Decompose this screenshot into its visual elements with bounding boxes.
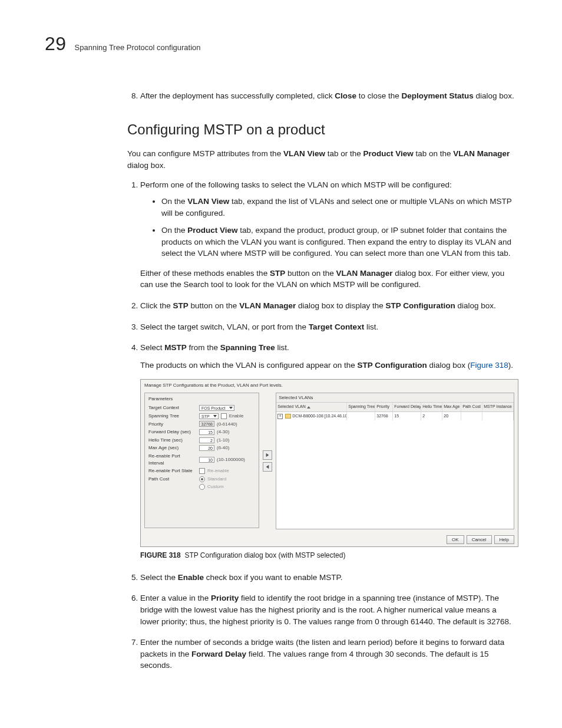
bold-product-view: Product View: [187, 226, 237, 235]
reenable-state-option: Re-enable: [207, 467, 229, 475]
enable-checkbox[interactable]: [221, 413, 227, 419]
bold-stp-configuration: STP Configuration: [386, 301, 455, 310]
label-target-context: Target Context: [148, 404, 197, 411]
bold-vlan-manager: VLAN Manager: [453, 149, 510, 158]
move-left-button[interactable]: [263, 462, 272, 472]
priority-input[interactable]: 32768: [199, 421, 214, 427]
figure-caption: FIGURE 318 STP Configuration dialog box …: [140, 551, 517, 561]
chapter-number: 29: [45, 33, 67, 55]
bold-stp: STP: [173, 301, 189, 310]
text: dialog box.: [474, 91, 514, 100]
step-8: After the deployment has successfully co…: [140, 90, 517, 102]
max-age-input[interactable]: 20: [199, 445, 214, 451]
target-context-dropdown[interactable]: FOS Product: [199, 405, 234, 411]
section-heading: Configuring MSTP on a product: [127, 120, 517, 140]
text: Either of these methods enables the: [140, 269, 270, 278]
forward-delay-input[interactable]: 15: [199, 429, 214, 435]
text: dialog box (: [427, 361, 471, 370]
col-selected-vlan[interactable]: Selected VLAN: [276, 403, 347, 411]
folder-icon: [285, 414, 291, 419]
text: Enter a value in the: [140, 594, 211, 602]
cell-mstp-instance: [482, 412, 514, 420]
ok-button[interactable]: OK: [447, 535, 464, 545]
step-1: Perform one of the following tasks to se…: [140, 179, 517, 291]
reenable-state-checkbox[interactable]: [199, 468, 205, 474]
col-max-age[interactable]: Max Age: [442, 403, 461, 411]
label-hello-time: Hello Time (sec): [148, 437, 197, 444]
path-cost-standard-label: Standard: [207, 476, 226, 483]
label-max-age: Max Age (sec): [148, 444, 197, 452]
label-reenable-interval: Re-enable Port Interval: [148, 453, 197, 466]
text: dialog box to display the: [296, 301, 385, 310]
spanning-tree-dropdown[interactable]: STP: [199, 413, 219, 419]
figure-318-screenshot: Manage STP Configurations at the Product…: [140, 379, 518, 547]
cell-spanning-tree: [347, 412, 375, 420]
bold-enable: Enable: [178, 573, 204, 582]
step-6: Enter a value in the Priority field to i…: [140, 592, 517, 627]
text: tab on the: [414, 149, 454, 158]
text: After the deployment has successfully co…: [140, 91, 335, 100]
cancel-button[interactable]: Cancel: [467, 535, 492, 545]
col-priority[interactable]: Priority: [375, 403, 393, 411]
col-forward-delay[interactable]: Forward Delay: [393, 403, 421, 411]
bold-spanning-tree: Spanning Tree: [220, 343, 275, 352]
dialog-footer: OK Cancel Help: [141, 533, 518, 547]
chevron-down-icon: [213, 415, 217, 417]
step-1-bullet-2: On the Product View tab, expand the prod…: [161, 225, 517, 259]
selected-vlans-panel: Selected VLANs Selected VLAN Spanning Tr…: [276, 393, 514, 529]
bold-vlan-view: VLAN View: [283, 149, 325, 158]
table-row[interactable]: +DCM-B8000-108 [10.24.48.108] STP 32768 …: [276, 412, 514, 420]
arrow-right-icon: [265, 453, 270, 457]
dialog-title: Manage STP Configurations at the Product…: [141, 380, 518, 393]
text: list.: [364, 322, 378, 331]
step-1-tail: Either of these methods enables the STP …: [140, 268, 517, 291]
figure-link[interactable]: Figure 318: [470, 361, 508, 370]
path-cost-custom-radio[interactable]: [199, 484, 205, 490]
path-cost-custom-label: Custom: [207, 483, 224, 490]
hello-time-input[interactable]: 2: [199, 437, 214, 443]
path-cost-standard-radio[interactable]: [199, 476, 205, 482]
value: FOS Product: [201, 406, 225, 410]
parameters-heading: Parameters: [148, 396, 255, 403]
text: The products on which the VLAN is config…: [140, 361, 357, 370]
bold-priority: Priority: [211, 594, 239, 602]
bold-vlan-view: VLAN View: [187, 197, 229, 206]
chevron-down-icon: [229, 407, 233, 409]
col-hello-time[interactable]: Hello Time: [421, 403, 442, 411]
label-forward-delay: Forward Delay (sec): [148, 429, 197, 436]
cell-priority: 32768: [375, 412, 393, 420]
bold-vlan-manager: VLAN Manager: [336, 269, 392, 278]
label-reenable-state: Re-enable Port State: [148, 467, 197, 475]
hint: (0-61440): [217, 421, 237, 428]
col-spanning-tree[interactable]: Spanning Tree: [347, 403, 375, 411]
selected-vlans-heading: Selected VLANs: [276, 393, 514, 403]
bold-mstp: MSTP: [164, 343, 187, 352]
reenable-interval-input[interactable]: 10: [199, 457, 214, 463]
text: Select the: [140, 573, 178, 582]
step-5: Select the Enable check box if you want …: [140, 572, 517, 584]
col-path-cost[interactable]: Path Cost: [461, 403, 482, 411]
step-1-bullet-1: On the VLAN View tab, expand the list of…: [161, 196, 517, 219]
transfer-buttons: [263, 450, 272, 472]
bold-product-view: Product View: [363, 149, 413, 158]
text: Perform one of the following tasks to se…: [140, 180, 452, 189]
text: Select: [140, 343, 164, 352]
bold-stp-configuration: STP Configuration: [357, 361, 427, 370]
text: from the: [187, 343, 220, 352]
value: STP: [201, 414, 210, 419]
bold-stp: STP: [270, 269, 285, 278]
text: tab or the: [325, 149, 363, 158]
help-button[interactable]: Help: [494, 535, 514, 545]
text: list.: [275, 343, 289, 352]
table-header: Selected VLAN Spanning Tree Priority For…: [276, 403, 514, 411]
move-right-button[interactable]: [263, 450, 272, 460]
intro-paragraph: You can configure MSTP attributes from t…: [127, 148, 517, 171]
tree-expand-icon[interactable]: +: [277, 414, 283, 419]
figure-title: STP Configuration dialog box (with MSTP …: [184, 551, 345, 559]
page-header: 29 Spanning Tree Protocol configuration: [45, 33, 517, 55]
label-path-cost: Path Cost: [148, 476, 197, 483]
text: to close the: [356, 91, 402, 100]
bold-forward-delay: Forward Delay: [191, 650, 246, 658]
step-7: Enter the number of seconds a bridge wai…: [140, 637, 517, 671]
col-mstp-instance[interactable]: MSTP Instance: [482, 403, 514, 411]
